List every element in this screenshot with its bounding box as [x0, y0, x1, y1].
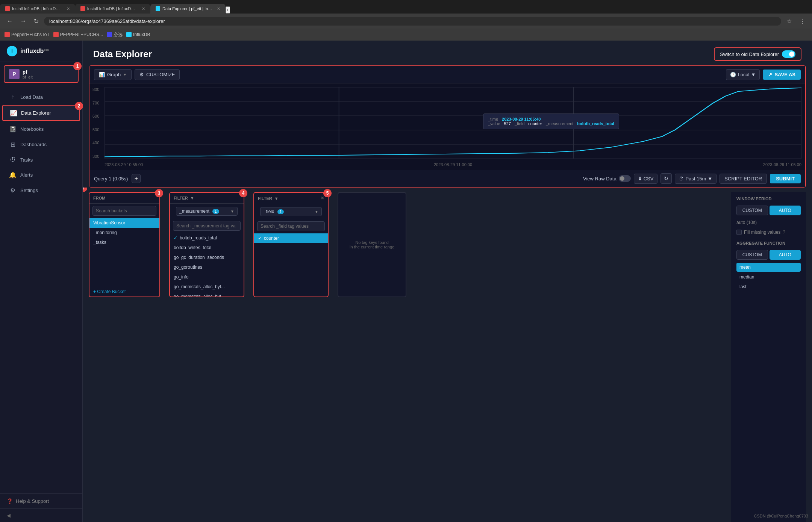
sidebar-item-label-data-explorer: Data Explorer — [21, 110, 51, 116]
sidebar-item-data-explorer[interactable]: 📈 Data Explorer 2 — [2, 105, 80, 121]
measurement-badge-num: 1 — [212, 209, 219, 214]
measurement-item-goroutines[interactable]: go_goroutines — [170, 262, 244, 272]
measurement-item-info[interactable]: go_info — [170, 272, 244, 282]
sidebar-item-tasks[interactable]: ⏱ Tasks — [2, 153, 80, 167]
from-title: FROM — [93, 196, 105, 200]
field-dropdown-container: _field 1 ▼ — [254, 204, 328, 219]
tooltip-measurement-label: _measurement — [546, 121, 573, 126]
measurement-item-boltdb-reads[interactable]: ✓ boltdb_reads_total — [170, 233, 244, 243]
measurement-search-input[interactable] — [173, 221, 241, 231]
measurement-panel-badge: 4 — [239, 189, 247, 197]
local-icon: 🕐 — [730, 72, 736, 77]
field-panel-header: Filter ▼ ✕ — [254, 193, 328, 204]
script-editor-button[interactable]: SCRIPT EDITOR — [720, 174, 767, 184]
help-icon[interactable]: ? — [783, 230, 785, 235]
x-label-0: 2023-08-29 10:55:00 — [105, 162, 143, 167]
bucket-item-tasks[interactable]: _tasks — [89, 238, 159, 247]
tab-close-2[interactable]: ✕ — [142, 6, 145, 11]
y-label-300: 300 — [92, 154, 99, 159]
switch-old-label: Switch to old Data Explorer — [720, 51, 779, 57]
bucket-search-input[interactable] — [92, 206, 156, 216]
filter1-title: Filter — [174, 196, 188, 200]
menu-button[interactable]: ⋮ — [797, 17, 807, 26]
view-raw-toggle[interactable] — [619, 175, 631, 182]
field-search-input[interactable] — [257, 221, 325, 231]
csv-button[interactable]: ⬇ CSV — [634, 174, 658, 184]
fill-missing-checkbox[interactable] — [736, 230, 742, 235]
local-dropdown[interactable]: 🕐 Local ▼ — [726, 69, 760, 80]
measurement-item-boltdb-writes[interactable]: boltdb_writes_total — [170, 243, 244, 253]
tab-close-3[interactable]: ✕ — [217, 6, 220, 11]
measurement-item-memstats1[interactable]: go_memstats_alloc_byt... — [170, 282, 244, 292]
agg-item-median[interactable]: median — [736, 272, 801, 281]
sidebar-footer[interactable]: ❓ Help & Support — [0, 493, 82, 508]
tasks-icon: ⏱ — [9, 156, 17, 163]
chart-canvas: 800 700 600 500 400 300 — [89, 83, 805, 170]
refresh-button[interactable]: ↻ — [661, 173, 672, 184]
customize-button[interactable]: ⚙ CUSTOMIZE — [135, 69, 180, 80]
agg-item-mean[interactable]: mean — [736, 263, 801, 272]
window-auto-button[interactable]: AUTO — [770, 206, 801, 215]
add-query-button[interactable]: + — [132, 174, 141, 183]
measurement-search — [170, 219, 244, 233]
main-header: Data Explorer Switch to old Data Explore… — [83, 41, 812, 65]
new-tab-button[interactable]: + — [226, 6, 230, 14]
view-raw-label: View Raw Data — [583, 175, 631, 182]
bookmark-label-3: 必选 — [114, 32, 123, 38]
sidebar-item-alerts[interactable]: 🔔 Alerts — [2, 168, 80, 182]
window-period-title: WINDOW PERIOD — [736, 197, 801, 201]
bucket-item-vibration[interactable]: VibrationSensor — [89, 218, 159, 228]
clock-icon: ⏱ — [679, 176, 684, 182]
agg-median-label: median — [739, 274, 754, 280]
chart-toolbar: 📊 Graph ▼ ⚙ CUSTOMIZE 🕐 Local ▼ ↗ — [89, 66, 805, 83]
graph-dropdown[interactable]: 📊 Graph ▼ — [94, 69, 132, 80]
query-bar: Query 1 (0.05s) + View Raw Data ⬇ CSV ↻ — [89, 170, 805, 187]
time-range-button[interactable]: ⏱ Past 15m ▼ — [675, 174, 717, 184]
tooltip-value-val: 527 — [504, 121, 511, 126]
switch-old-button[interactable]: Switch to old Data Explorer — [714, 47, 801, 61]
agg-auto-button[interactable]: AUTO — [770, 250, 801, 260]
measurement-item-gc[interactable]: go_gc_duration_seconds — [170, 253, 244, 262]
back-button[interactable]: ← — [5, 17, 15, 25]
bucket-list: VibrationSensor _monitoring _tasks — [89, 218, 159, 287]
org-switcher[interactable]: P pf pf_eit 1 — [4, 65, 79, 83]
window-custom-button[interactable]: CUSTOM — [736, 206, 768, 215]
bookmark-4[interactable]: InfluxDB — [126, 32, 150, 37]
tab-label-1: Install InfluxDB | InfluxDB OSS... — [12, 6, 62, 11]
y-label-500: 500 — [92, 127, 99, 132]
measurement-memstats1-label: go_memstats_alloc_byt... — [174, 284, 225, 289]
sidebar-item-load-data[interactable]: ↑ Load Data — [2, 90, 80, 104]
field-item-counter[interactable]: ✓ counter — [254, 233, 328, 243]
bookmark-2[interactable]: PEPPERL+PUCHS... — [53, 32, 103, 37]
bookmark-3[interactable]: 必选 — [107, 32, 123, 38]
browser-tab-2[interactable]: Install InfluxDB | InfluxDB OSS... ✕ — [75, 4, 150, 14]
bookmark-1[interactable]: Pepperl+Fuchs IoT — [5, 32, 50, 37]
sidebar-item-notebooks[interactable]: 📓 Notebooks — [2, 122, 80, 136]
submit-button[interactable]: SUBMIT — [770, 174, 801, 183]
tooltip-time-label: _time — [488, 117, 498, 121]
switch-old-toggle[interactable] — [782, 50, 795, 58]
sidebar-item-settings[interactable]: ⚙ Settings — [2, 183, 80, 198]
tab-close-1[interactable]: ✕ — [67, 6, 70, 11]
browser-tab-1[interactable]: Install InfluxDB | InfluxDB OSS... ✕ — [0, 4, 75, 14]
forward-button[interactable]: → — [18, 17, 29, 25]
browser-tab-3[interactable]: Data Explorer | pf_eit | InfluxD... ✕ — [150, 4, 226, 14]
from-panel-badge: 3 — [155, 189, 163, 197]
star-button[interactable]: ☆ — [784, 17, 794, 26]
url-bar[interactable] — [44, 17, 781, 26]
field-dropdown[interactable]: _field 1 ▼ — [260, 207, 322, 216]
sidebar-item-dashboards[interactable]: ⊞ Dashboards — [2, 137, 80, 152]
agg-custom-button[interactable]: CUSTOM — [736, 250, 768, 260]
sidebar-collapse[interactable]: ◀ — [0, 508, 82, 522]
measurement-info-label: go_info — [174, 274, 188, 280]
reload-button[interactable]: ↻ — [32, 17, 41, 26]
measurement-item-memstats2[interactable]: go_memstats_alloc_byt... — [170, 292, 244, 297]
agg-item-last[interactable]: last — [736, 282, 801, 291]
window-period-panel: WINDOW PERIOD CUSTOM AUTO auto (10s) Fil… — [731, 192, 806, 522]
bucket-item-monitoring[interactable]: _monitoring — [89, 228, 159, 238]
y-label-700: 700 — [92, 101, 99, 105]
save-as-button[interactable]: ↗ SAVE AS — [763, 70, 801, 80]
add-bucket-button[interactable]: + Create Bucket — [89, 287, 159, 297]
field-panel-close[interactable]: ✕ — [321, 196, 324, 201]
measurement-dropdown[interactable]: _measurement 1 ▼ — [176, 207, 238, 216]
